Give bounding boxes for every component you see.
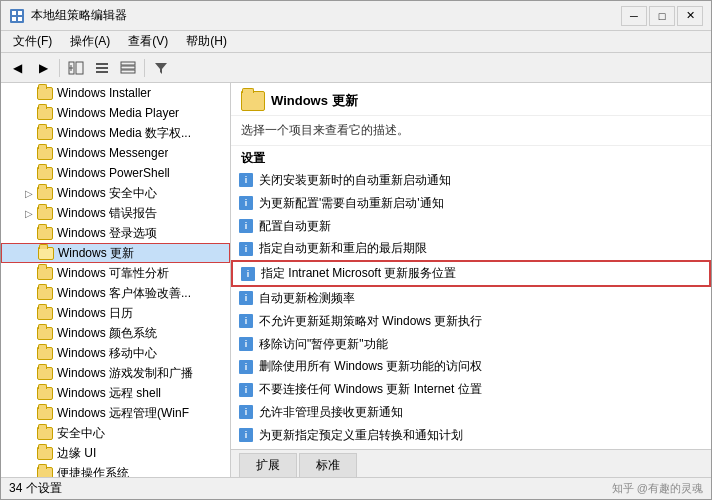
- tree-item-windows-security[interactable]: ▷ Windows 安全中心: [1, 183, 230, 203]
- folder-icon: [37, 327, 53, 340]
- settings-list: i 关闭安装更新时的自动重新启动通知 i 为更新配置'需要自动重新启动'通知 i…: [231, 169, 711, 449]
- tree-item-windows-powershell[interactable]: Windows PowerShell: [1, 163, 230, 183]
- tree-label: Windows 远程管理(WinF: [57, 405, 189, 422]
- toolbar-separator-2: [144, 59, 145, 77]
- setting-item-12[interactable]: i 为更新指定预定义重启转换和通知计划: [231, 424, 711, 447]
- tree-item-windows-remote-mgmt[interactable]: Windows 远程管理(WinF: [1, 403, 230, 423]
- setting-icon: i: [239, 219, 253, 233]
- settings-content: 设置 i 关闭安装更新时的自动重新启动通知 i 为更新配置'需要自动重新启动'通…: [231, 146, 711, 449]
- tree-item-windows-remote-shell[interactable]: Windows 远程 shell: [1, 383, 230, 403]
- setting-item-7[interactable]: i 不允许更新延期策略对 Windows 更新执行: [231, 310, 711, 333]
- setting-item-4[interactable]: i 指定自动更新和重启的最后期限: [231, 237, 711, 260]
- svg-rect-13: [121, 66, 135, 69]
- folder-icon: [37, 307, 53, 320]
- main-content: Windows Installer Windows Media Player W…: [1, 83, 711, 477]
- tree-item-windows-games[interactable]: Windows 游戏发制和广播: [1, 363, 230, 383]
- right-panel: Windows 更新 选择一个项目来查看它的描述。 设置 i 关闭安装更新时的自…: [231, 83, 711, 477]
- tree-label: Windows 安全中心: [57, 185, 157, 202]
- tree-arrow: [21, 125, 37, 141]
- show-hide-button[interactable]: [64, 57, 88, 79]
- svg-rect-3: [12, 17, 16, 21]
- folder-icon: [37, 347, 53, 360]
- svg-rect-2: [18, 11, 22, 15]
- tree-item-security-center[interactable]: 安全中心: [1, 423, 230, 443]
- tree-item-windows-update[interactable]: Windows 更新: [1, 243, 230, 263]
- setting-item-6[interactable]: i 自动更新检测频率: [231, 287, 711, 310]
- menu-file[interactable]: 文件(F): [5, 31, 60, 52]
- setting-item-3[interactable]: i 配置自动更新: [231, 215, 711, 238]
- svg-rect-1: [12, 11, 16, 15]
- menu-view[interactable]: 查看(V): [120, 31, 176, 52]
- svg-rect-6: [76, 62, 83, 74]
- menu-help[interactable]: 帮助(H): [178, 31, 235, 52]
- tree-arrow: [21, 165, 37, 181]
- setting-item-11[interactable]: i 允许非管理员接收更新通知: [231, 401, 711, 424]
- filter-button[interactable]: [149, 57, 173, 79]
- folder-icon: [37, 387, 53, 400]
- setting-item-1[interactable]: i 关闭安装更新时的自动重新启动通知: [231, 169, 711, 192]
- setting-label: 不要连接任何 Windows 更新 Internet 位置: [259, 381, 482, 398]
- tree-item-windows-media[interactable]: Windows Media 数字权...: [1, 123, 230, 143]
- tree-item-shortcuts[interactable]: 便捷操作系统: [1, 463, 230, 477]
- main-window: 本地组策略编辑器 ─ □ ✕ 文件(F) 操作(A) 查看(V) 帮助(H) ◀…: [0, 0, 712, 500]
- tree-label: Windows Installer: [57, 86, 151, 100]
- tree-item-windows-login[interactable]: Windows 登录选项: [1, 223, 230, 243]
- tree-item-windows-customer[interactable]: Windows 客户体验改善...: [1, 283, 230, 303]
- tree-item-windows-installer[interactable]: Windows Installer: [1, 83, 230, 103]
- setting-label: 自动更新检测频率: [259, 290, 355, 307]
- tree-expand-arrow[interactable]: ▷: [21, 205, 37, 221]
- tree-arrow: [21, 145, 37, 161]
- tree-label: Windows 可靠性分析: [57, 265, 169, 282]
- back-button[interactable]: ◀: [5, 57, 29, 79]
- right-folder-icon: [241, 91, 265, 111]
- setting-label: 为更新指定预定义重启转换和通知计划: [259, 427, 463, 444]
- tree-item-windows-vulnerability[interactable]: Windows 可靠性分析: [1, 263, 230, 283]
- folder-icon: [37, 87, 53, 100]
- setting-item-10[interactable]: i 不要连接任何 Windows 更新 Internet 位置: [231, 378, 711, 401]
- setting-icon: i: [239, 383, 253, 397]
- show-tree-icon: [68, 60, 84, 76]
- folder-icon: [37, 227, 53, 240]
- tree-item-windows-messenger[interactable]: Windows Messenger: [1, 143, 230, 163]
- right-panel-title: Windows 更新: [271, 92, 358, 110]
- tree-label: Windows Media Player: [57, 106, 179, 120]
- setting-icon: i: [239, 314, 253, 328]
- setting-icon: i: [239, 196, 253, 210]
- folder-icon: [37, 367, 53, 380]
- folder-icon: [37, 467, 53, 478]
- setting-item-9[interactable]: i 删除使用所有 Windows 更新功能的访问权: [231, 355, 711, 378]
- tree-item-windows-mobile[interactable]: Windows 移动中心: [1, 343, 230, 363]
- right-panel-inner: 设置 i 关闭安装更新时的自动重新启动通知 i 为更新配置'需要自动重新启动'通…: [231, 146, 711, 449]
- view-btn2[interactable]: [116, 57, 140, 79]
- maximize-button[interactable]: □: [649, 6, 675, 26]
- tree-arrow: [21, 445, 37, 461]
- setting-label: 配置自动更新: [259, 218, 331, 235]
- title-bar: 本地组策略编辑器 ─ □ ✕: [1, 1, 711, 31]
- tree-label: Windows 游戏发制和广播: [57, 365, 193, 382]
- setting-item-8[interactable]: i 移除访问"暂停更新"功能: [231, 333, 711, 356]
- minimize-button[interactable]: ─: [621, 6, 647, 26]
- svg-rect-12: [121, 62, 135, 65]
- view-btn1[interactable]: [90, 57, 114, 79]
- tree-item-windows-color[interactable]: Windows 颜色系统: [1, 323, 230, 343]
- setting-item-5[interactable]: i 指定 Intranet Microsoft 更新服务位置: [231, 260, 711, 287]
- forward-button[interactable]: ▶: [31, 57, 55, 79]
- setting-icon: i: [239, 291, 253, 305]
- setting-item-2[interactable]: i 为更新配置'需要自动重新启动'通知: [231, 192, 711, 215]
- setting-icon: i: [239, 428, 253, 442]
- tree-item-windows-calendar[interactable]: Windows 日历: [1, 303, 230, 323]
- tree-expand-arrow[interactable]: ▷: [21, 185, 37, 201]
- setting-label: 指定自动更新和重启的最后期限: [259, 240, 427, 257]
- tree-item-windows-error[interactable]: ▷ Windows 错误报告: [1, 203, 230, 223]
- close-button[interactable]: ✕: [677, 6, 703, 26]
- tree-item-windows-media-player[interactable]: Windows Media Player: [1, 103, 230, 123]
- bottom-tabs: 扩展 标准: [231, 449, 711, 477]
- tab-extended[interactable]: 扩展: [239, 453, 297, 477]
- menu-action[interactable]: 操作(A): [62, 31, 118, 52]
- window-title: 本地组策略编辑器: [31, 7, 127, 24]
- tree-label: Windows 更新: [58, 245, 134, 262]
- tree-arrow: [21, 305, 37, 321]
- tree-label: 安全中心: [57, 425, 105, 442]
- tree-item-edge-ui[interactable]: 边缘 UI: [1, 443, 230, 463]
- tab-standard[interactable]: 标准: [299, 453, 357, 477]
